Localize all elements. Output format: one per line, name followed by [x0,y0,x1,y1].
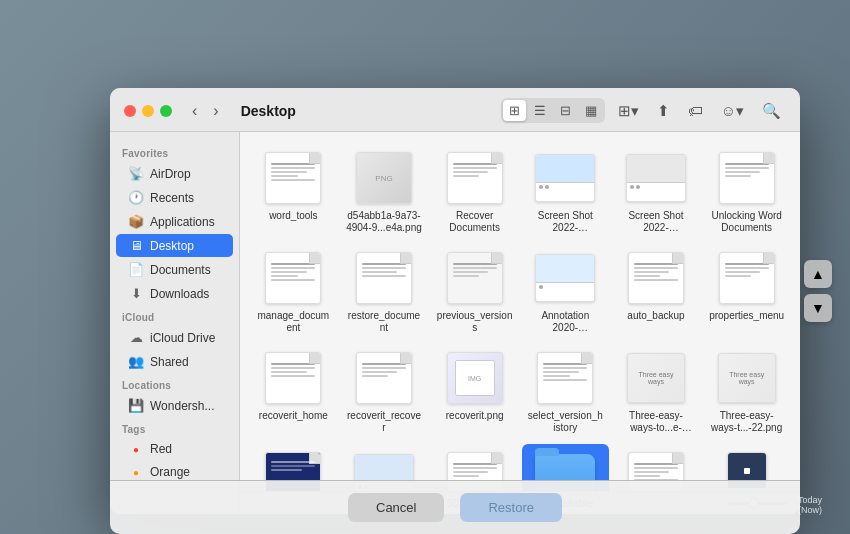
file-name: Recover Documents [437,210,513,234]
sidebar-item-label: Downloads [150,287,209,301]
view-gallery-button[interactable]: ▦ [579,100,603,121]
file-item[interactable]: PNG d54abb1a-9a73-4904-9...e4a.png [341,144,428,240]
cancel-button[interactable]: Cancel [348,493,444,522]
file-item[interactable]: Annotation 2020-0...540.jpeg [522,244,609,340]
sidebar-item-tag-red[interactable]: ● Red [116,438,233,460]
file-name: recoverit.png [446,410,504,422]
forward-button[interactable]: › [209,100,222,122]
sidebar-item-wondershare[interactable]: 💾 Wondersh... [116,394,233,417]
file-item[interactable]: Unlocking Word Documents [703,144,790,240]
file-name: Screen Shot 2022-0...04.48.14 [618,210,694,234]
file-thumbnail: Three easy ways [620,350,692,406]
tag-orange-icon: ● [128,467,144,478]
file-item[interactable]: manage_document [250,244,337,340]
window-title: Desktop [241,103,296,119]
file-item[interactable]: Recover Documents [431,144,518,240]
file-item[interactable]: select_version_history [522,344,609,440]
search-button[interactable]: 🔍 [757,99,786,123]
tag-red-label: Red [150,442,172,456]
file-thumbnail [257,350,329,406]
sidebar-item-label: AirDrop [150,167,191,181]
file-thumbnail [711,150,783,206]
icloud-icon: ☁ [128,330,144,345]
file-thumbnail [348,250,420,306]
content-area: Favorites 📡 AirDrop 🕐 Recents 📦 Applicat… [110,132,800,514]
file-name: select_version_history [527,410,603,434]
applications-icon: 📦 [128,214,144,229]
file-item[interactable]: properties_menu [703,244,790,340]
sidebar: Favorites 📡 AirDrop 🕐 Recents 📦 Applicat… [110,132,240,514]
sidebar-item-label: Documents [150,263,211,277]
file-name: Annotation 2020-0...540.jpeg [527,310,603,334]
file-item[interactable]: previous_versions [431,244,518,340]
view-column-button[interactable]: ⊟ [554,100,577,121]
sidebar-item-recents[interactable]: 🕐 Recents [116,186,233,209]
file-item[interactable]: recoverit_recover [341,344,428,440]
share-button[interactable]: ⬆ [652,99,675,123]
file-item[interactable]: recoverit_home [250,344,337,440]
file-item[interactable]: Three easy ways Three-easy-ways-to...e-3… [613,344,700,440]
file-name: manage_document [255,310,331,334]
file-thumbnail: PNG [348,150,420,206]
toolbar: ‹ › Desktop ⊞ ☰ ⊟ ▦ ⊞▾ ⬆ 🏷 ☺▾ 🔍 [110,88,800,132]
sidebar-item-applications[interactable]: 📦 Applications [116,210,233,233]
tags-header: Tags [110,418,239,437]
file-name: recoverit_recover [346,410,422,434]
tag-button[interactable]: 🏷 [683,99,708,122]
today-badge: Today (Now) [798,495,822,515]
sidebar-item-desktop[interactable]: 🖥 Desktop [116,234,233,257]
close-button[interactable] [124,105,136,117]
restore-button[interactable]: Restore [460,493,562,522]
file-grid: word_tools PNG d54abb1a-9a73-4904-9...e4… [240,132,800,491]
file-name: Three-easy-ways-to...e-3.png [618,410,694,434]
file-name: auto_backup [627,310,684,322]
more-button[interactable]: ☺▾ [716,99,749,123]
file-name: word_tools [269,210,317,222]
sidebar-item-icloud-drive[interactable]: ☁ iCloud Drive [116,326,233,349]
file-thumbnail [620,250,692,306]
file-thumbnail: IMG [439,350,511,406]
file-thumbnail [439,150,511,206]
file-item[interactable]: Screen Shot 2022-0...03.46.31 [522,144,609,240]
sidebar-item-downloads[interactable]: ⬇ Downloads [116,282,233,305]
bottom-bar: Cancel Restore [110,480,800,534]
traffic-lights [124,105,172,117]
back-button[interactable]: ‹ [188,100,201,122]
sidebar-item-label: Wondersh... [150,399,214,413]
tag-red-icon: ● [128,444,144,455]
finder-window: ‹ › Desktop ⊞ ☰ ⊟ ▦ ⊞▾ ⬆ 🏷 ☺▾ 🔍 Favorite… [110,88,800,514]
sidebar-item-label: Recents [150,191,194,205]
locations-header: Locations [110,374,239,393]
file-item[interactable]: Screen Shot 2022-0...04.48.14 [613,144,700,240]
minimize-button[interactable] [142,105,154,117]
file-thumbnail [529,250,601,306]
tag-orange-label: Orange [150,465,190,479]
scroll-up-button[interactable]: ▲ [804,260,832,288]
file-thumbnail [348,350,420,406]
view-list-button[interactable]: ☰ [528,100,552,121]
sidebar-item-documents[interactable]: 📄 Documents [116,258,233,281]
file-name: Three-easy-ways-t...-22.png [709,410,785,434]
sidebar-item-airdrop[interactable]: 📡 AirDrop [116,162,233,185]
fullscreen-button[interactable] [160,105,172,117]
file-item[interactable]: Three easy ways Three-easy-ways-t...-22.… [703,344,790,440]
file-name: previous_versions [437,310,513,334]
desktop-icon: 🖥 [128,238,144,253]
sidebar-item-shared[interactable]: 👥 Shared [116,350,233,373]
drive-icon: 💾 [128,398,144,413]
scroll-down-button[interactable]: ▼ [804,294,832,322]
file-name: recoverit_home [259,410,328,422]
file-item[interactable]: auto_backup [613,244,700,340]
view-grid-button[interactable]: ⊞ [503,100,526,121]
file-item[interactable]: IMG recoverit.png [431,344,518,440]
file-name: restore_document [346,310,422,334]
sidebar-item-label: iCloud Drive [150,331,215,345]
file-item[interactable]: restore_document [341,244,428,340]
file-item[interactable]: word_tools [250,144,337,240]
file-thumbnail [529,350,601,406]
downloads-icon: ⬇ [128,286,144,301]
favorites-header: Favorites [110,142,239,161]
file-thumbnail [257,250,329,306]
group-by-button[interactable]: ⊞▾ [613,99,644,123]
right-badges: Today (Now) ▲ ▼ [804,260,832,322]
